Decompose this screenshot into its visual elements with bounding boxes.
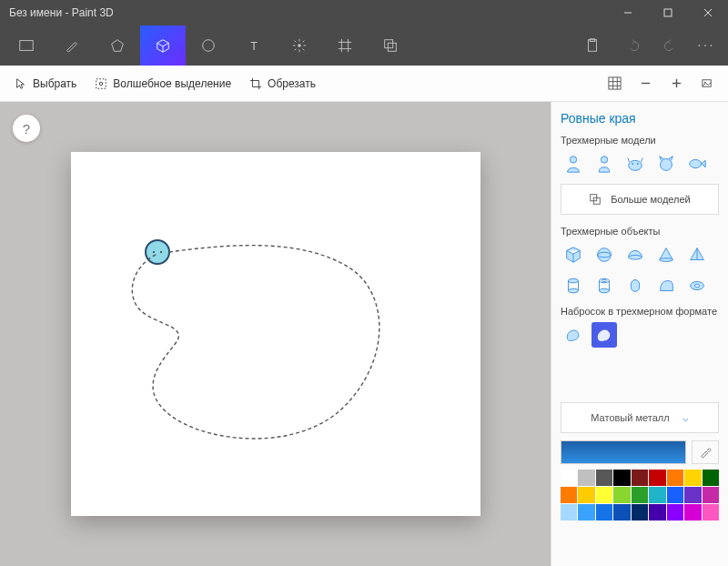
- brushes-mode[interactable]: [49, 25, 95, 66]
- palette-color[interactable]: [596, 487, 612, 503]
- object-capsule[interactable]: [622, 273, 648, 298]
- color-swatch[interactable]: [561, 440, 686, 464]
- crop-label: Обрезать: [268, 77, 316, 90]
- crop-icon: [249, 77, 262, 90]
- palette-color[interactable]: [649, 487, 665, 503]
- effects-mode[interactable]: [277, 25, 322, 66]
- canvas-mode[interactable]: [322, 25, 368, 66]
- palette-color[interactable]: [578, 487, 594, 503]
- object-pyramid[interactable]: [684, 242, 710, 268]
- palette-color[interactable]: [613, 470, 630, 486]
- material-dropdown[interactable]: Матовый металл ⌵: [561, 402, 719, 433]
- panel-heading: Ровные края: [561, 111, 719, 126]
- palette-color[interactable]: [632, 470, 648, 486]
- svg-point-57: [600, 288, 610, 293]
- more-menu[interactable]: ···: [688, 37, 724, 54]
- palette-color[interactable]: [649, 470, 665, 486]
- more-models-label: Больше моделей: [611, 194, 691, 205]
- palette-color[interactable]: [667, 487, 683, 503]
- model-fish[interactable]: [684, 151, 710, 177]
- redo-button[interactable]: [652, 25, 688, 66]
- svg-point-38: [153, 251, 155, 253]
- zoom-out-button[interactable]: [630, 66, 661, 102]
- palette-color[interactable]: [649, 504, 665, 521]
- svg-rect-22: [388, 43, 396, 51]
- svg-point-55: [600, 278, 610, 283]
- sketch-soft-edge[interactable]: [561, 322, 586, 348]
- undo-button[interactable]: [615, 25, 652, 66]
- material-label: Матовый металл: [591, 412, 669, 423]
- grid-toggle[interactable]: [599, 66, 630, 102]
- svg-marker-5: [112, 40, 124, 52]
- 3d-shapes-mode[interactable]: [140, 25, 186, 66]
- close-button[interactable]: [688, 0, 728, 25]
- objects-row-2: [561, 273, 719, 298]
- object-torus[interactable]: [684, 273, 710, 298]
- select-label: Выбрать: [33, 77, 76, 90]
- more-models-button[interactable]: Больше моделей: [561, 184, 719, 215]
- model-cat[interactable]: [653, 151, 679, 177]
- text-mode[interactable]: T: [231, 25, 277, 66]
- paste-button[interactable]: [570, 25, 615, 66]
- zoom-in-button[interactable]: [661, 66, 692, 102]
- palette-color[interactable]: [703, 487, 719, 503]
- palette-color[interactable]: [578, 504, 594, 521]
- palette-color[interactable]: [613, 504, 630, 521]
- palette-color[interactable]: [684, 470, 701, 486]
- magic-select-command[interactable]: Волшебное выделение: [86, 66, 240, 102]
- svg-point-45: [661, 159, 672, 171]
- svg-point-39: [160, 251, 162, 253]
- object-curved[interactable]: [653, 273, 679, 298]
- library-mode[interactable]: [368, 25, 413, 66]
- side-panel: Ровные края Трехмерные модели Больше мод…: [551, 102, 728, 566]
- color-palette: [561, 470, 719, 521]
- sketch-section-title: Набросок в трехмерном формате: [561, 306, 719, 317]
- svg-line-15: [303, 41, 305, 43]
- select-command[interactable]: Выбрать: [5, 66, 86, 102]
- palette-color[interactable]: [703, 504, 719, 521]
- palette-color[interactable]: [613, 487, 630, 503]
- object-hemisphere[interactable]: [622, 242, 648, 268]
- palette-color[interactable]: [667, 470, 683, 486]
- object-cylinder[interactable]: [561, 273, 586, 298]
- object-sphere[interactable]: [592, 242, 617, 268]
- palette-color[interactable]: [632, 487, 648, 503]
- current-color: [561, 440, 719, 464]
- maximize-button[interactable]: [648, 0, 688, 25]
- svg-point-56: [602, 279, 607, 281]
- canvas-workspace[interactable]: ?: [0, 102, 551, 566]
- palette-color[interactable]: [703, 470, 719, 486]
- palette-color[interactable]: [684, 487, 701, 503]
- svg-rect-1: [664, 9, 672, 16]
- palette-color[interactable]: [667, 504, 683, 521]
- help-button[interactable]: ?: [13, 115, 40, 142]
- object-cone[interactable]: [653, 242, 679, 268]
- view-3d-button[interactable]: [692, 66, 723, 102]
- object-cube[interactable]: [561, 242, 586, 268]
- svg-rect-4: [20, 41, 33, 51]
- palette-color[interactable]: [596, 470, 612, 486]
- svg-point-46: [690, 159, 702, 167]
- palette-color[interactable]: [561, 470, 577, 486]
- svg-point-49: [598, 248, 612, 262]
- objects-row: [561, 242, 719, 268]
- eyedropper-button[interactable]: [692, 440, 719, 464]
- crop-command[interactable]: Обрезать: [240, 66, 325, 102]
- model-woman[interactable]: [592, 151, 617, 177]
- palette-color[interactable]: [632, 504, 648, 521]
- model-man[interactable]: [561, 151, 586, 177]
- palette-color[interactable]: [561, 487, 577, 503]
- sketch-sharp-edge[interactable]: [592, 322, 617, 348]
- svg-point-26: [100, 82, 104, 86]
- palette-color[interactable]: [596, 504, 612, 521]
- canvas[interactable]: [71, 152, 480, 516]
- model-dog[interactable]: [622, 151, 648, 177]
- palette-color[interactable]: [684, 504, 701, 521]
- minimize-button[interactable]: [608, 0, 648, 25]
- 2d-shapes-mode[interactable]: [95, 25, 140, 66]
- object-tube[interactable]: [592, 273, 617, 298]
- palette-color[interactable]: [561, 504, 577, 521]
- menu-button[interactable]: [4, 25, 49, 66]
- palette-color[interactable]: [578, 470, 594, 486]
- stickers-mode[interactable]: [186, 25, 231, 66]
